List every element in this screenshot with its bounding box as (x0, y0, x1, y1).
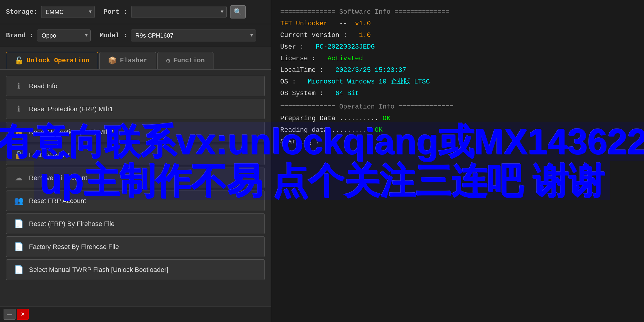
preparing-status: OK (383, 115, 390, 122)
port-label: Port : (104, 8, 128, 16)
bottom-bar: — ✕ (0, 306, 271, 322)
reset-frp-mth2-button[interactable]: 🔒 Reset Protection (FRP) Mth2 (6, 122, 265, 142)
license-value: Activated (327, 55, 363, 62)
reading-line: Reading data .......... OK (280, 125, 635, 135)
starting-line: Starting . (280, 137, 635, 147)
storage-label: Storage: (6, 8, 38, 16)
tab-unlock-operation[interactable]: 🔓 Unlock Operation (6, 52, 98, 69)
tab-bar: 🔓 Unlock Operation 📦 Flasher ⚙ Function (0, 47, 271, 70)
read-info-button[interactable]: ℹ Read Info (6, 76, 265, 96)
search-button[interactable]: 🔍 (230, 5, 246, 18)
left-panel: Storage: EMMC ▼ Port : ▼ 🔍 (0, 0, 271, 322)
function-tab-icon: ⚙ (166, 56, 170, 65)
brand-dropdown-wrapper: Oppo ▼ (37, 30, 91, 41)
unlock-tab-label: Unlock Operation (27, 57, 89, 64)
current-version-label: Current version : (280, 32, 347, 39)
reset-frp-mth1-button[interactable]: ℹ Reset Protection (FRP) Mth1 (6, 99, 265, 119)
localtime-value: 2022/3/25 15:23:37 (335, 66, 406, 74)
reading-status: OK (375, 126, 383, 134)
reset-frp-mth2-icon: 🔒 (13, 127, 24, 137)
brand-label: Brand : (6, 32, 33, 39)
current-version-value: 1.0 (359, 32, 371, 39)
current-version-line: Current version : 1.0 (280, 30, 635, 40)
right-panel: ============== Software Info ===========… (271, 0, 644, 322)
os-value: Microsoft Windows 10 企业版 LTSC (308, 78, 430, 86)
reset-frp-firehose-icon: 📄 (13, 219, 24, 228)
reset-frp-account-button[interactable]: 👥 Reset FRP Account (6, 191, 265, 211)
app-name-line: TFT Unlocker -- v1.0 (280, 19, 635, 29)
reset-frp-mth2-label: Reset Protection (FRP) Mth2 (29, 128, 113, 136)
reset-frp-firehose-label: Reset (FRP) By Firehose File (29, 220, 114, 228)
main-container: Storage: EMMC ▼ Port : ▼ 🔍 (0, 0, 644, 322)
reset-frp-firehose-button[interactable]: 📄 Reset (FRP) By Firehose File (6, 213, 265, 234)
user-label: User : (280, 43, 304, 51)
app-version: v1.0 (355, 20, 371, 27)
model-dropdown-wrapper: R9s CPH1607 ▼ (131, 30, 256, 41)
remove-mi-account-icon: ☁ (13, 173, 24, 182)
brand-group: Brand : Oppo ▼ (6, 30, 91, 41)
app-name: TFT Unlocker (280, 20, 327, 27)
function-tab-label: Function (173, 57, 205, 64)
model-label: Model : (100, 32, 127, 39)
reset-frp-account-label: Reset FRP Account (29, 197, 86, 205)
os-system-line: OS System : 64 Bit (280, 89, 635, 98)
unlock-tab-icon: 🔓 (15, 56, 24, 65)
remove-mi-account-button[interactable]: ☁ Remove Mi Account (6, 168, 265, 188)
localtime-line: LocalTime : 2022/3/25 15:23:37 (280, 65, 635, 75)
remove-mi-account-label: Remove Mi Account (29, 174, 87, 182)
storage-group: Storage: EMMC ▼ (6, 6, 95, 18)
reset-frp-mth1-icon: ℹ (13, 104, 24, 114)
port-group: Port : ▼ 🔍 (104, 5, 246, 18)
software-info-separator: ============== Software Info ===========… (280, 7, 635, 17)
os-system-value: 64 Bit (335, 90, 359, 97)
storage-dropdown-wrapper: EMMC ▼ (41, 6, 95, 18)
factory-reset-button[interactable]: 🔒 Factory Reset (6, 145, 265, 165)
brand-dropdown[interactable]: Oppo (37, 30, 91, 41)
port-dropdown-wrapper: ▼ (131, 6, 227, 18)
tab-function[interactable]: ⚙ Function (157, 52, 213, 69)
second-top-bar: Brand : Oppo ▼ Model : R9s CPH1607 ▼ (0, 24, 271, 47)
flasher-tab-label: Flasher (120, 57, 147, 64)
reset-frp-account-icon: 👥 (13, 196, 24, 205)
read-info-icon: ℹ (13, 81, 24, 91)
user-value: PC-20220323JEDG (316, 43, 375, 51)
close-button[interactable]: ✕ (17, 309, 29, 320)
top-bar: Storage: EMMC ▼ Port : ▼ 🔍 (0, 0, 271, 24)
storage-dropdown[interactable]: EMMC (41, 6, 95, 18)
localtime-label: LocalTime : (280, 66, 323, 74)
os-label: OS : (280, 78, 296, 86)
tab-flasher[interactable]: 📦 Flasher (99, 52, 156, 69)
os-line: OS : Microsoft Windows 10 企业版 LTSC (280, 77, 635, 87)
minimize-button[interactable]: — (4, 309, 16, 320)
model-group: Model : R9s CPH1607 ▼ (100, 30, 256, 41)
model-dropdown[interactable]: R9s CPH1607 (131, 30, 256, 41)
starting-label: Starting . (280, 138, 320, 145)
factory-reset-firehose-label: Factory Reset By Firehose File (29, 243, 119, 251)
button-list: ℹ Read Info ℹ Reset Protection (FRP) Mth… (0, 70, 271, 322)
read-info-label: Read Info (29, 82, 57, 90)
os-system-label: OS System : (280, 90, 323, 97)
preparing-label: Preparing Data .......... (280, 115, 379, 122)
select-twrp-icon: 📄 (13, 265, 24, 274)
reset-frp-mth1-label: Reset Protection (FRP) Mth1 (29, 105, 113, 113)
factory-reset-icon: 🔒 (13, 150, 24, 160)
factory-reset-firehose-button[interactable]: 📄 Factory Reset By Firehose File (6, 236, 265, 257)
select-twrp-label: Select Manual TWRP Flash [Unlock Bootloa… (29, 266, 168, 274)
port-dropdown[interactable] (131, 6, 227, 18)
factory-reset-label: Factory Reset (29, 151, 70, 159)
flasher-tab-icon: 📦 (108, 56, 117, 65)
reading-label: Reading data .......... (280, 126, 371, 134)
select-twrp-button[interactable]: 📄 Select Manual TWRP Flash [Unlock Bootl… (6, 259, 265, 280)
factory-reset-firehose-icon: 📄 (13, 242, 24, 251)
license-line: License : Activated (280, 54, 635, 64)
operation-info-separator: ============== Operation Info ==========… (280, 102, 635, 112)
preparing-line: Preparing Data .......... OK (280, 114, 635, 123)
user-line: User : PC-20220323JEDG (280, 42, 635, 52)
license-label: License : (280, 55, 316, 62)
